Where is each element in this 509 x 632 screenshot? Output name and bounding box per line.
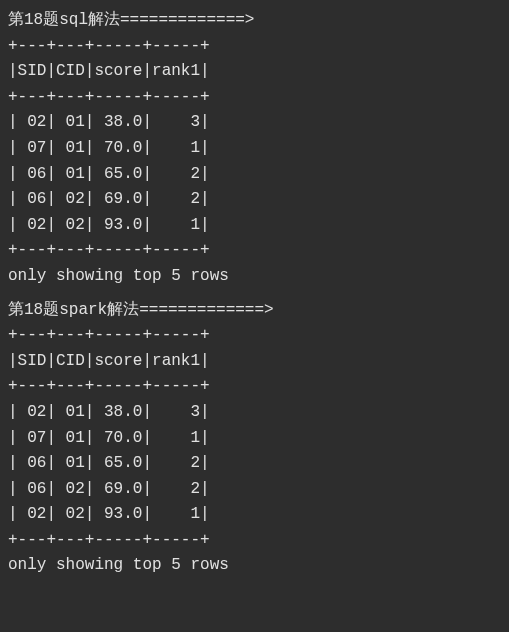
table-columns: |SID|CID|score|rank1|: [8, 59, 501, 85]
table-separator-mid: +---+---+-----+-----+: [8, 374, 501, 400]
table-row: | 06| 01| 65.0| 2|: [8, 451, 501, 477]
table-separator-top: +---+---+-----+-----+: [8, 34, 501, 60]
sql-header: 第18题sql解法=============>: [8, 8, 501, 34]
table-row: | 06| 01| 65.0| 2|: [8, 162, 501, 188]
table-row: | 02| 02| 93.0| 1|: [8, 213, 501, 239]
table-row: | 02| 01| 38.0| 3|: [8, 110, 501, 136]
table-separator-bottom: +---+---+-----+-----+: [8, 238, 501, 264]
table-separator-bottom: +---+---+-----+-----+: [8, 528, 501, 554]
table-columns: |SID|CID|score|rank1|: [8, 349, 501, 375]
sql-footer: only showing top 5 rows: [8, 264, 501, 290]
spark-output-block: 第18题spark解法=============> +---+---+-----…: [8, 298, 501, 580]
table-separator-top: +---+---+-----+-----+: [8, 323, 501, 349]
spark-header: 第18题spark解法=============>: [8, 298, 501, 324]
table-row: | 07| 01| 70.0| 1|: [8, 136, 501, 162]
table-separator-mid: +---+---+-----+-----+: [8, 85, 501, 111]
spark-footer: only showing top 5 rows: [8, 553, 501, 579]
table-row: | 02| 02| 93.0| 1|: [8, 502, 501, 528]
table-row: | 06| 02| 69.0| 2|: [8, 187, 501, 213]
table-row: | 06| 02| 69.0| 2|: [8, 477, 501, 503]
table-row: | 02| 01| 38.0| 3|: [8, 400, 501, 426]
sql-output-block: 第18题sql解法=============> +---+---+-----+-…: [8, 8, 501, 290]
table-row: | 07| 01| 70.0| 1|: [8, 426, 501, 452]
